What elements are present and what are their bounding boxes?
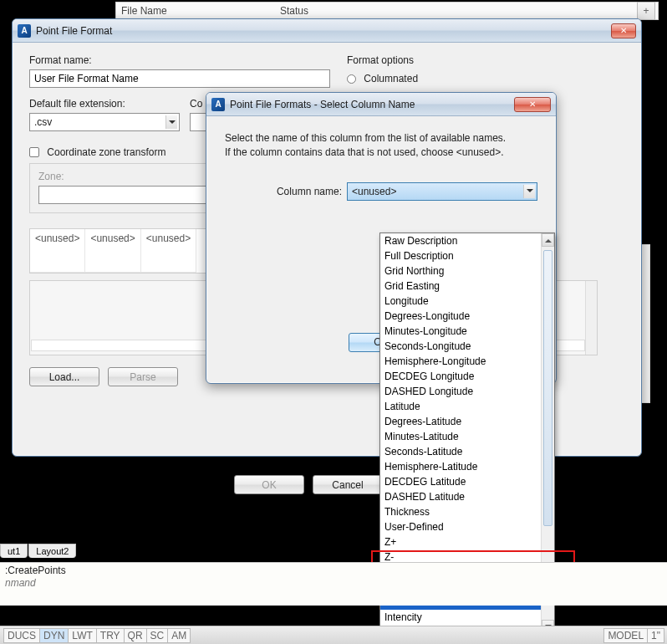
dropdown-item[interactable]: Grid Northing	[380, 263, 541, 279]
parse-button[interactable]: Parse	[108, 367, 178, 386]
dropdown-item[interactable]: Hemisphere-Longitude	[380, 354, 541, 369]
load-button[interactable]: Load...	[29, 367, 99, 386]
dropdown-item[interactable]: Seconds-Longitude	[380, 339, 541, 354]
add-file-button[interactable]: +	[637, 2, 655, 20]
dropdown-item[interactable]: Z+	[380, 534, 541, 549]
dropdown-item[interactable]: Longitude	[380, 294, 541, 309]
chevron-down-icon	[165, 115, 177, 129]
app-icon	[18, 24, 31, 38]
coord-transform-label: Coordinate zone transform	[47, 146, 165, 158]
status-scale[interactable]: 1"	[647, 628, 664, 643]
dropdown-item[interactable]: Latitude	[380, 399, 541, 414]
format-name-input[interactable]	[29, 69, 330, 88]
scroll-thumb[interactable]	[543, 250, 552, 526]
col-header-2[interactable]: <unused>	[85, 229, 140, 273]
status-am[interactable]: AM	[167, 628, 191, 643]
status-qr[interactable]: QR	[124, 628, 147, 643]
status-dyn[interactable]: DYN	[39, 628, 69, 643]
tab-layout2[interactable]: Layout2	[28, 544, 76, 558]
dropdown-item[interactable]: Seconds-Latitude	[380, 444, 541, 459]
columnated-radio[interactable]	[347, 74, 356, 84]
col-header-1[interactable]: <unused>	[30, 229, 85, 273]
status-sc[interactable]: SC	[146, 628, 169, 643]
dropdown-item[interactable]: User-Defined	[380, 519, 541, 534]
dropdown-item[interactable]: DECDEG Latitude	[380, 474, 541, 489]
dropdown-item[interactable]: Intencity	[380, 610, 541, 625]
under-cancel-button[interactable]: Cancel	[313, 475, 383, 494]
dropdown-item[interactable]: Degrees-Latitude	[380, 414, 541, 429]
format-options-label: Format options	[347, 54, 624, 66]
format-name-label: Format name:	[29, 54, 330, 66]
close-icon[interactable]: ✕	[514, 97, 551, 112]
command-line[interactable]: :CreatePoints nmand	[0, 562, 667, 606]
col-header-3[interactable]: <unused>	[141, 229, 196, 273]
scroll-up-icon[interactable]	[542, 233, 554, 247]
dropdown-item[interactable]: Thickness	[380, 504, 541, 519]
dropdown-item[interactable]: Raw Description	[380, 233, 541, 248]
dropdown-item[interactable]: Full Description	[380, 248, 541, 263]
columnated-label: Columnated	[364, 73, 418, 84]
dropdown-item[interactable]: DECDEG Longitude	[380, 369, 541, 384]
dropdown-item[interactable]: Grid Easting	[380, 279, 541, 294]
status-ducs[interactable]: DUCS	[3, 628, 40, 643]
status-lwt[interactable]: LWT	[68, 628, 96, 643]
dropdown-item[interactable]: Minutes-Latitude	[380, 429, 541, 444]
window-title: Point File Format	[36, 25, 112, 37]
dropdown-item[interactable]: Degrees-Longitude	[380, 309, 541, 324]
dropdown-item[interactable]: Minutes-Longitude	[380, 324, 541, 339]
close-icon[interactable]: ✕	[611, 23, 636, 38]
titlebar[interactable]: Point File Format ✕	[13, 19, 641, 43]
preview-vscroll[interactable]	[585, 281, 597, 355]
window-title-2: Point File Formats - Select Column Name	[230, 99, 415, 110]
bg-header-row: File Name Status	[115, 2, 659, 20]
app-icon	[211, 98, 225, 111]
tab-ut1[interactable]: ut1	[0, 544, 28, 558]
coord-transform-checkbox[interactable]	[29, 147, 39, 157]
column-name-combo[interactable]: <unused>	[347, 182, 537, 201]
dialog-message: Select the name of this column from the …	[225, 131, 537, 161]
dropdown-item[interactable]: DASHED Longitude	[380, 384, 541, 399]
status-model[interactable]: MODEL	[603, 628, 648, 643]
column-name-label: Column name:	[225, 186, 342, 197]
layout-tabs: ut1 Layout2	[0, 544, 77, 558]
default-ext-label: Default file extension:	[29, 98, 180, 110]
chevron-down-icon	[523, 185, 535, 198]
status-bar: DUCS DYN LWT TRY QR SC AM MODEL 1"	[0, 626, 667, 644]
dropdown-item[interactable]: DASHED Latitude	[380, 489, 541, 504]
titlebar-2[interactable]: Point File Formats - Select Column Name …	[206, 93, 556, 116]
under-ok-button[interactable]: OK	[234, 475, 304, 494]
default-ext-combo[interactable]: .csv	[29, 113, 180, 131]
dropdown-item[interactable]: Hemisphere-Latitude	[380, 459, 541, 474]
status-try[interactable]: TRY	[96, 628, 125, 643]
